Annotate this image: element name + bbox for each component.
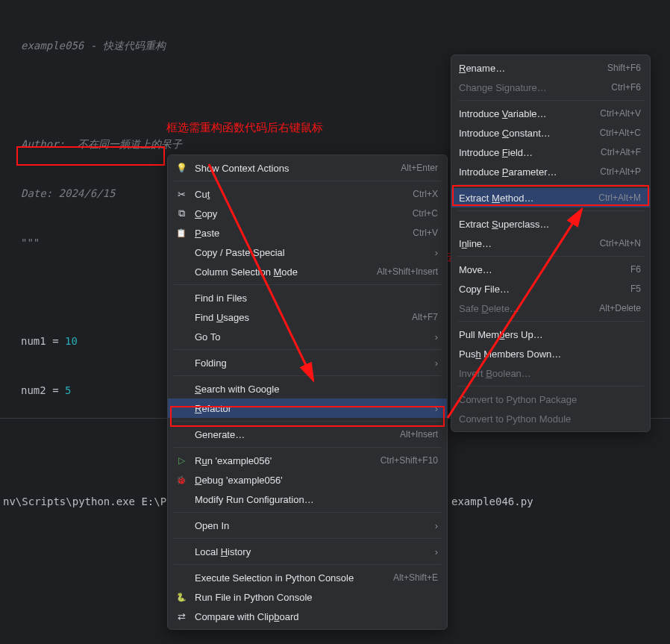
menu-open-in[interactable]: Open In›: [168, 516, 447, 535]
docstring-end: """: [21, 237, 40, 248]
menu-go-to[interactable]: Go To›: [168, 327, 447, 346]
highlight-extract-method: [452, 185, 649, 206]
menu-introduce-field[interactable]: Introduce Field…Ctrl+Alt+F: [451, 143, 650, 162]
menu-introduce-variable[interactable]: Introduce Variable…Ctrl+Alt+V: [451, 104, 650, 123]
highlight-selection: [16, 146, 165, 166]
play-icon: [175, 454, 187, 466]
menu-local-history[interactable]: Local History›: [168, 542, 447, 561]
menu-column-selection[interactable]: Column Selection ModeAlt+Shift+Insert: [168, 262, 447, 281]
menu-modify-run-config[interactable]: Modify Run Configuration…: [168, 490, 447, 509]
menu-copy-paste-special[interactable]: Copy / Paste Special›: [168, 243, 447, 262]
comment: example056 - 快速代码重构: [21, 40, 166, 51]
menu-search-google[interactable]: Search with Google: [168, 379, 447, 398]
menu-convert-package: Convert to Python Package: [451, 390, 650, 409]
menu-rename[interactable]: Rename…Shift+F6: [451, 58, 650, 78]
menu-folding[interactable]: Folding›: [168, 353, 447, 372]
menu-run-file-console[interactable]: Run File in Python Console: [168, 587, 447, 607]
terminal-tail: example046.py: [451, 493, 533, 510]
menu-generate[interactable]: Generate…Alt+Insert: [168, 425, 447, 444]
menu-convert-module: Convert to Python Module: [451, 409, 650, 428]
menu-compare-clipboard[interactable]: Compare with Clipboard: [168, 607, 447, 626]
scissors-icon: [175, 188, 187, 200]
menu-debug[interactable]: Debug 'example056': [168, 470, 447, 490]
menu-extract-superclass[interactable]: Extract Superclass…: [451, 214, 650, 234]
menu-push-members-down[interactable]: Push Members Down…: [451, 344, 650, 363]
menu-introduce-constant[interactable]: Introduce Constant…Ctrl+Alt+C: [451, 123, 650, 143]
menu-change-signature: Change Signature…Ctrl+F6: [451, 78, 650, 97]
bug-icon: [175, 474, 187, 486]
clipboard-icon: [175, 227, 187, 239]
menu-copy[interactable]: CopyCtrl+C: [168, 204, 447, 223]
menu-pull-members-up[interactable]: Pull Members Up…: [451, 325, 650, 344]
menu-exec-selection[interactable]: Execute Selection in Python ConsoleAlt+S…: [168, 568, 447, 587]
menu-move[interactable]: Move…F6: [451, 260, 650, 279]
menu-find-in-files[interactable]: Find in Files: [168, 288, 447, 307]
terminal-text: nv\Scripts\python.exe E:\Pyt: [0, 495, 179, 507]
comment: Date: 2024/6/15: [21, 187, 115, 199]
python-icon: [175, 591, 187, 603]
menu-run[interactable]: Run 'example056'Ctrl+Shift+F10: [168, 451, 447, 470]
highlight-refactor: [170, 406, 445, 427]
refactor-submenu: Rename…Shift+F6 Change Signature…Ctrl+F6…: [451, 54, 651, 432]
menu-inline[interactable]: Inline…Ctrl+Alt+N: [451, 234, 650, 253]
menu-safe-delete: Safe Delete…Alt+Delete: [451, 298, 650, 318]
menu-introduce-parameter[interactable]: Introduce Parameter…Ctrl+Alt+P: [451, 162, 650, 181]
menu-copy-file[interactable]: Copy File…F5: [451, 279, 650, 298]
context-menu: Show Context ActionsAlt+Enter CutCtrl+X …: [167, 154, 448, 630]
bulb-icon: [175, 162, 187, 174]
menu-show-context-actions[interactable]: Show Context ActionsAlt+Enter: [168, 158, 447, 178]
diff-icon: [175, 610, 187, 622]
menu-paste[interactable]: PasteCtrl+V: [168, 223, 447, 243]
annotation-select: 框选需重构函数代码后右键鼠标: [166, 121, 323, 135]
menu-find-usages[interactable]: Find UsagesAlt+F7: [168, 307, 447, 327]
menu-cut[interactable]: CutCtrl+X: [168, 184, 447, 204]
copy-icon: [175, 207, 187, 219]
menu-invert-boolean: Invert Boolean…: [451, 363, 650, 383]
